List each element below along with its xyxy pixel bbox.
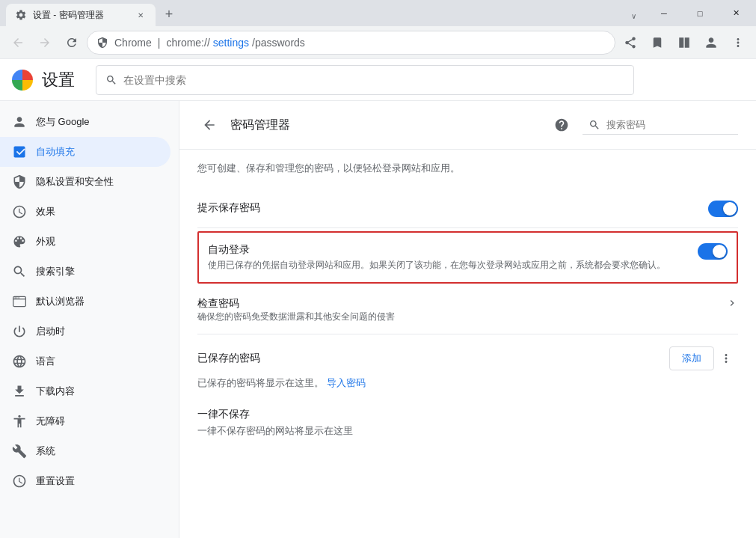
sidebar-item-language[interactable]: 语言 xyxy=(0,346,170,376)
pm-auto-signin-toggle[interactable] xyxy=(698,243,728,260)
bookmark-icon xyxy=(651,36,664,49)
sidebar-item-label-default-browser: 默认浏览器 xyxy=(36,295,84,308)
pm-never-saved-section: 一律不保存 一律不保存密码的网站将显示在这里 xyxy=(197,408,738,438)
settings-favicon-icon xyxy=(15,9,27,21)
pm-auto-signin-desc: 使用已保存的凭据自动登录网站和应用。如果关闭了该功能，在您每次登录网站或应用之前… xyxy=(208,258,686,272)
sidebar-item-label-language: 语言 xyxy=(36,355,55,368)
site-secure-icon xyxy=(96,37,108,49)
pm-search-bar[interactable] xyxy=(583,116,738,135)
refresh-button[interactable] xyxy=(60,31,84,55)
pm-saved-empty-prefix: 已保存的密码将显示在这里。 xyxy=(197,377,324,388)
pm-check-chevron xyxy=(726,297,738,311)
app-header: 设置 xyxy=(0,59,756,101)
pm-auto-signin-row: 自动登录 使用已保存的凭据自动登录网站和应用。如果关闭了该功能，在您每次登录网站… xyxy=(197,231,738,284)
pm-check-passwords-desc: 确保您的密码免受数据泄露和其他安全问题的侵害 xyxy=(197,311,726,323)
svg-point-3 xyxy=(18,297,19,299)
pm-check-passwords-info: 检查密码 确保您的密码免受数据泄露和其他安全问题的侵害 xyxy=(197,297,726,323)
shield-icon xyxy=(12,174,27,189)
pm-check-passwords-title: 检查密码 xyxy=(197,297,726,311)
pm-offer-save-title: 提示保存密码 xyxy=(197,201,708,215)
close-button[interactable]: ✕ xyxy=(719,1,753,25)
more-vert-icon xyxy=(719,352,733,365)
sidebar-item-system[interactable]: 系统 xyxy=(0,436,170,466)
effects-icon xyxy=(12,204,27,219)
pm-help-button[interactable] xyxy=(550,113,574,137)
share-icon xyxy=(624,36,637,49)
minimize-button[interactable]: ─ xyxy=(647,1,681,25)
reset-icon xyxy=(12,474,27,489)
chrome-menu-button[interactable] xyxy=(726,31,750,55)
address-bar[interactable]: Chrome | chrome://settings/passwords xyxy=(87,31,615,55)
downloads-icon xyxy=(12,384,27,399)
new-tab-button[interactable]: + xyxy=(159,4,179,25)
forward-button[interactable] xyxy=(33,31,57,55)
pm-offer-save-info: 提示保存密码 xyxy=(197,201,708,216)
sidebar-item-search[interactable]: 搜索引擎 xyxy=(0,257,170,287)
sidebar-item-google[interactable]: 您与 Google xyxy=(0,107,170,137)
tab-strip: 设置 - 密码管理器 ✕ + xyxy=(0,4,623,26)
sidebar-item-startup[interactable]: 启动时 xyxy=(0,317,170,346)
settings-search-input[interactable] xyxy=(123,74,624,86)
pm-description: 您可创建、保存和管理您的密码，以便轻松登录网站和应用。 xyxy=(197,162,738,175)
address-settings: settings xyxy=(213,37,249,49)
address-path: /passwords xyxy=(252,37,305,49)
chrome-menu-icon xyxy=(731,36,745,49)
chrome-logo xyxy=(12,70,33,91)
svg-point-1 xyxy=(14,297,16,299)
sidebar-item-privacy[interactable]: 隐私设置和安全性 xyxy=(0,167,170,197)
sidebar-item-accessibility[interactable]: 无障碍 xyxy=(0,406,170,436)
sidebar-item-default-browser[interactable]: 默认浏览器 xyxy=(0,287,170,317)
sidebar-item-label-google: 您与 Google xyxy=(36,115,90,129)
sidebar-item-label-system: 系统 xyxy=(36,444,55,458)
refresh-icon xyxy=(65,36,79,49)
pm-import-link[interactable]: 导入密码 xyxy=(327,377,366,388)
pm-offer-save-toggle[interactable] xyxy=(708,201,738,217)
sidebar-item-label-autofill: 自动填充 xyxy=(36,145,75,159)
tab-close-button[interactable]: ✕ xyxy=(135,9,147,21)
account-icon xyxy=(704,35,719,50)
pm-back-icon xyxy=(202,117,217,132)
startup-icon xyxy=(12,324,27,339)
sidebar-item-effects[interactable]: 效果 xyxy=(0,197,170,227)
bookmark-button[interactable] xyxy=(645,31,669,55)
pm-saved-passwords-header: 已保存的密码 添加 xyxy=(197,346,738,370)
person-icon xyxy=(12,114,27,129)
settings-search-bar[interactable] xyxy=(96,65,634,95)
app-title: 设置 xyxy=(42,69,75,91)
address-scheme: chrome:// xyxy=(166,37,209,49)
sidebar-item-label-appearance: 外观 xyxy=(36,235,55,248)
pm-saved-passwords-section: 已保存的密码 添加 已保存的密码将显示在这里。 导入密码 xyxy=(197,346,738,390)
pm-saved-more-button[interactable] xyxy=(714,346,738,370)
forward-icon xyxy=(38,36,52,49)
sidebar-item-downloads[interactable]: 下载内容 xyxy=(0,376,170,406)
pm-never-saved-title: 一律不保存 xyxy=(197,408,738,421)
titlebar: 设置 - 密码管理器 ✕ + ∨ ─ □ ✕ xyxy=(0,0,756,26)
sidebar-item-label-privacy: 隐私设置和安全性 xyxy=(36,175,114,189)
address-separator: | xyxy=(158,37,161,49)
pm-saved-passwords-title: 已保存的密码 xyxy=(197,352,669,365)
pm-search-icon xyxy=(588,119,600,131)
sidebar-item-reset[interactable]: 重置设置 xyxy=(0,466,170,496)
pm-check-passwords-row[interactable]: 检查密码 确保您的密码免受数据泄露和其他安全问题的侵害 xyxy=(197,287,738,334)
default-browser-icon xyxy=(12,294,27,309)
split-view-button[interactable] xyxy=(672,31,696,55)
system-icon xyxy=(12,444,27,459)
window-menu-button[interactable]: ∨ xyxy=(623,5,644,26)
share-button[interactable] xyxy=(618,31,642,55)
window-controls: ─ □ ✕ xyxy=(647,0,756,26)
account-button[interactable] xyxy=(699,31,723,55)
split-view-icon xyxy=(677,36,691,49)
svg-point-2 xyxy=(16,297,18,299)
address-text: Chrome | chrome://settings/passwords xyxy=(114,37,606,49)
pm-body: 您可创建、保存和管理您的密码，以便轻松登录网站和应用。 提示保存密码 自动登录 … xyxy=(179,150,756,450)
back-button[interactable] xyxy=(6,31,30,55)
pm-back-button[interactable] xyxy=(197,113,221,137)
pm-search-input[interactable] xyxy=(606,119,732,130)
maximize-button[interactable]: □ xyxy=(683,1,717,25)
sidebar-item-appearance[interactable]: 外观 xyxy=(0,227,170,257)
pm-add-password-button[interactable]: 添加 xyxy=(669,346,714,370)
main-layout: 您与 Google 自动填充 隐私设置和安全性 效果 外观 xyxy=(0,101,756,538)
sidebar-item-autofill[interactable]: 自动填充 xyxy=(0,137,170,167)
pm-saved-empty-text: 已保存的密码将显示在这里。 导入密码 xyxy=(197,376,738,390)
active-tab[interactable]: 设置 - 密码管理器 ✕ xyxy=(6,4,156,26)
